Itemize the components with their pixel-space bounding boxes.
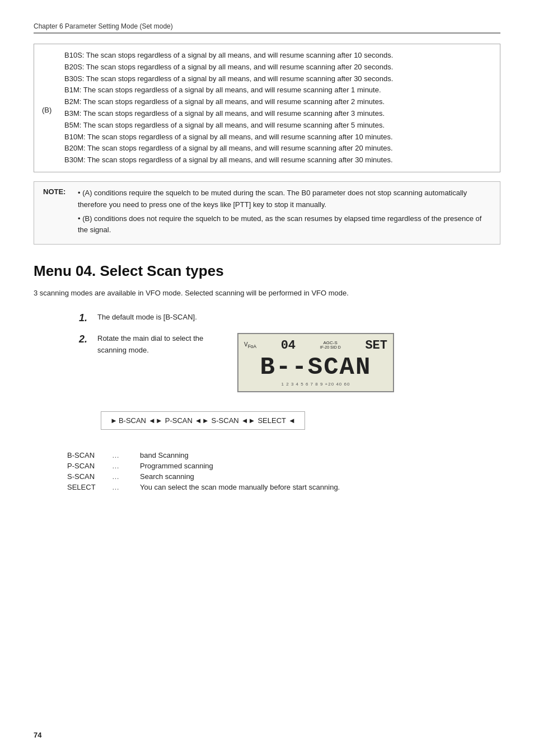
scan-dots: …	[112, 483, 140, 491]
top-box-item: B10S: The scan stops regardless of a sig…	[64, 50, 492, 62]
top-box-label: (B)	[42, 50, 59, 166]
flow-arrow-left: ►	[110, 416, 118, 425]
flow-arrow-3: ◄►	[241, 416, 256, 425]
scan-description: Search scanning	[140, 472, 500, 481]
scan-key: S-SCAN	[67, 472, 112, 481]
top-box-item: B20S: The scan stops regardless of a sig…	[64, 62, 492, 73]
scan-key: SELECT	[67, 483, 112, 491]
note-content: • (A) conditions require the squelch to …	[78, 187, 491, 238]
scan-key: B-SCAN	[67, 451, 112, 459]
top-box: (B) B10S: The scan stops regardless of a…	[34, 44, 500, 172]
step-2-text: Rotate the main dial to select the scann…	[97, 333, 209, 356]
top-box-item: B30S: The scan stops regardless of a sig…	[64, 73, 492, 85]
step-2: 2. Rotate the main dial to select the sc…	[67, 333, 500, 392]
flow-diagram: ► B-SCAN ◄► P-SCAN ◄► S-SCAN ◄► SELECT ◄	[101, 411, 305, 430]
scan-key: P-SCAN	[67, 462, 112, 470]
note-bullet: • (A) conditions require the squelch to …	[78, 187, 491, 211]
menu-intro: 3 scanning modes are available in VFO mo…	[34, 288, 500, 299]
scan-description: You can select the scan mode manually be…	[140, 483, 500, 491]
top-box-item: B3M: The scan stops regardless of a sign…	[64, 108, 492, 120]
flow-arrow-end: ◄	[288, 416, 296, 425]
display-main: B--SCAN	[244, 355, 387, 379]
menu-title: Menu 04. Select Scan types	[34, 262, 500, 280]
display-scale: 1 2 3 4 5 6 7 8 9 +20 40 60	[244, 382, 387, 387]
note-bullet: • (B) conditions does not require the sq…	[78, 213, 491, 237]
top-box-content: B10S: The scan stops regardless of a sig…	[64, 50, 492, 166]
scan-dots: …	[112, 451, 140, 459]
top-box-item: B10M: The scan stops regardless of a sig…	[64, 132, 492, 143]
top-box-item: B5M: The scan stops regardless of a sign…	[64, 120, 492, 132]
note-box: NOTE: • (A) conditions require the squel…	[34, 181, 500, 245]
scan-table: B-SCAN…band ScanningP-SCAN…Programmed sc…	[67, 451, 500, 491]
flow-item-select: SELECT	[257, 416, 286, 425]
flow-item-pscan: P-SCAN	[165, 416, 193, 425]
scan-description: Programmed scanning	[140, 462, 500, 470]
step-1-text: The default mode is [B-SCAN].	[97, 312, 500, 323]
display-agc: AGC-SIF-20 SID D	[320, 341, 341, 351]
page: Chapter 6 Parameter Setting Mode (Set mo…	[0, 0, 534, 756]
top-box-item: B30M: The scan stops regardless of a sig…	[64, 154, 492, 166]
display-top-row: VFoA 04 AGC-SIF-20 SID D SET	[244, 339, 387, 353]
display-panel: VFoA 04 AGC-SIF-20 SID D SET B--SCAN 1 2…	[237, 333, 394, 392]
top-box-item: B2M: The scan stops regardless of a sign…	[64, 96, 492, 108]
step-2-num: 2.	[67, 333, 87, 345]
scan-dots: …	[112, 472, 140, 481]
step-1-num: 1.	[67, 312, 87, 324]
scan-dots: …	[112, 462, 140, 470]
scan-mode-row: P-SCAN…Programmed scanning	[67, 462, 500, 470]
scan-mode-row: S-SCAN…Search scanning	[67, 472, 500, 481]
flow-arrow-1: ◄►	[148, 416, 163, 425]
flow-diagram-container: ► B-SCAN ◄► P-SCAN ◄► S-SCAN ◄► SELECT ◄	[67, 402, 500, 440]
header: Chapter 6 Parameter Setting Mode (Set mo…	[34, 22, 500, 34]
display-vfoa: VFoA	[244, 341, 256, 349]
flow-arrow-2: ◄►	[195, 416, 209, 425]
display-channel: 04	[281, 339, 296, 353]
top-box-item: B20M: The scan stops regardless of a sig…	[64, 143, 492, 154]
note-label: NOTE:	[43, 187, 71, 238]
scan-mode-row: B-SCAN…band Scanning	[67, 451, 500, 459]
page-number: 74	[34, 731, 41, 739]
top-box-item: B1M: The scan stops regardless of a sign…	[64, 84, 492, 96]
flow-item-sscan: S-SCAN	[212, 416, 239, 425]
header-text: Chapter 6 Parameter Setting Mode (Set mo…	[34, 22, 173, 30]
flow-item-bscan: B-SCAN	[119, 416, 146, 425]
display-set: SET	[365, 339, 387, 353]
scan-description: band Scanning	[140, 451, 500, 459]
scan-mode-row: SELECT…You can select the scan mode manu…	[67, 483, 500, 491]
step-1: 1. The default mode is [B-SCAN].	[67, 312, 500, 324]
